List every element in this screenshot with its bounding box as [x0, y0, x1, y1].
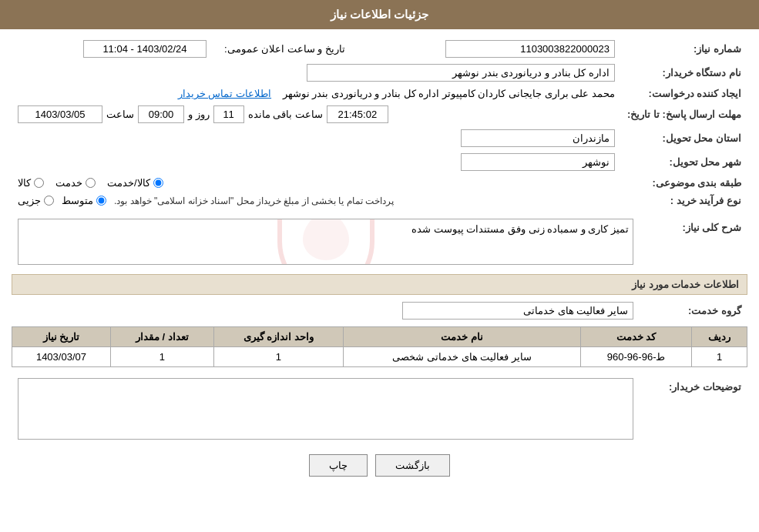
announce-date-label: تاریخ و ساعت اعلان عمومی:: [213, 37, 351, 61]
cell-quantity: 1: [110, 347, 213, 367]
radio-kala-khedmat[interactable]: کالا/خدمت: [107, 177, 163, 189]
row-creator: ایجاد کننده درخواست: محمد علی براری جایج…: [12, 85, 747, 102]
row-description: شرح کلی نیاز: تمیز کاری و سمباده زنی وفق…: [12, 216, 747, 268]
col-unit: واحد اندازه گیری: [213, 327, 344, 347]
cell-service-code: ط-96-96-960: [580, 347, 691, 367]
send-deadline-label: مهلت ارسال پاسخ: تا تاریخ:: [621, 102, 747, 126]
send-time-label: ساعت: [106, 109, 134, 120]
description-cell: تمیز کاری و سمباده زنی وفق مستندات پیوست…: [12, 216, 640, 268]
buyer-notes-cell: [12, 375, 640, 443]
radio-kala-label: کالا: [18, 177, 31, 189]
creator-value: محمد علی براری جایجانی کاردان کامپیوتر ا…: [283, 88, 615, 99]
category-label: طبقه بندی موضوعی:: [621, 174, 747, 192]
cell-date: 1403/03/07: [12, 347, 111, 367]
send-deadline-cell: 1403/03/05 ساعت 09:00 روز و 11 ساعت باقی…: [12, 102, 621, 126]
col-row-num: ردیف: [692, 327, 747, 347]
send-days-input: 11: [213, 105, 244, 123]
buyer-name-input: اداره کل بنادر و دریانوردی بندر نوشهر: [307, 64, 615, 82]
row-purchase-type: نوع فرآیند خرید : جزیی متوسط پرداخت: [12, 192, 747, 209]
description-area: تمیز کاری و سمباده زنی وفق مستندات پیوست…: [18, 219, 633, 265]
need-number-value: 1103003822000023: [351, 37, 621, 61]
buyer-notes-table: توضیحات خریدار:: [12, 375, 747, 443]
province-input: مازندران: [461, 129, 615, 147]
cell-row-num: 1: [692, 347, 747, 367]
radio-jozvi[interactable]: جزیی: [18, 195, 54, 206]
page-header: جزئیات اطلاعات نیاز: [0, 0, 759, 29]
row-send-deadline: مهلت ارسال پاسخ: تا تاریخ: 1403/03/05 سا…: [12, 102, 747, 126]
buyer-name-cell: اداره کل بنادر و دریانوردی بندر نوشهر: [12, 61, 621, 85]
radio-khedmat-input[interactable]: [86, 178, 96, 188]
city-cell: نوشهر: [12, 150, 621, 174]
purchase-type-label: نوع فرآیند خرید :: [621, 192, 747, 209]
radio-kala-input[interactable]: [34, 178, 44, 188]
radio-motovaset[interactable]: متوسط: [62, 195, 106, 206]
purchase-note: پرداخت تمام یا بخشی از مبلغ خریداز محل "…: [114, 196, 394, 206]
buyer-notes-area: [18, 378, 633, 440]
cell-unit: 1: [213, 347, 344, 367]
row-category: طبقه بندی موضوعی: کالا خدمت: [12, 174, 747, 192]
page-title: جزئیات اطلاعات نیاز: [331, 8, 428, 21]
row-service-group: گروه خدمت: سایر فعالیت های خدماتی: [12, 299, 747, 323]
creator-cell: محمد علی براری جایجانی کاردان کامپیوتر ا…: [12, 85, 621, 102]
row-buyer-name: نام دستگاه خریدار: اداره کل بنادر و دریا…: [12, 61, 747, 85]
col-service-name: نام خدمت: [344, 327, 581, 347]
announce-date-value: 1403/02/24 - 11:04: [12, 37, 213, 61]
row-city: شهر محل تحویل: نوشهر: [12, 150, 747, 174]
description-text: تمیز کاری و سمباده زنی وفق مستندات پیوست…: [411, 223, 629, 235]
creator-label: ایجاد کننده درخواست:: [621, 85, 747, 102]
purchase-type-cell: جزیی متوسط پرداخت تمام یا بخشی از مبلغ خ…: [12, 192, 621, 209]
cell-service-name: سایر فعالیت های خدماتی شخصی: [344, 347, 581, 367]
col-date: تاریخ نیاز: [12, 327, 111, 347]
radio-jozvi-label: جزیی: [18, 195, 41, 206]
services-table-header: ردیف کد خدمت نام خدمت واحد اندازه گیری ت…: [12, 327, 747, 347]
radio-motovaset-input[interactable]: [96, 196, 106, 206]
service-group-table: گروه خدمت: سایر فعالیت های خدماتی: [12, 299, 747, 323]
print-button[interactable]: چاپ: [309, 454, 368, 477]
col-service-code: کد خدمت: [580, 327, 691, 347]
send-days-label: روز و: [188, 109, 210, 120]
send-remaining-input: 21:45:02: [327, 105, 388, 123]
category-cell: کالا خدمت کالا/خدمت: [12, 174, 621, 192]
row-province: استان محل تحویل: مازندران: [12, 126, 747, 150]
buyer-name-label: نام دستگاه خریدار:: [621, 61, 747, 85]
radio-kala-khedmat-input[interactable]: [153, 178, 163, 188]
service-group-label: گروه خدمت:: [640, 299, 747, 323]
province-cell: مازندران: [12, 126, 621, 150]
need-number-input: 1103003822000023: [445, 40, 615, 58]
services-table-body: 1 ط-96-96-960 سایر فعالیت های خدماتی شخص…: [12, 347, 747, 367]
service-group-cell: سایر فعالیت های خدماتی: [12, 299, 640, 323]
main-info-table: شماره نیاز: 1103003822000023 تاریخ و ساع…: [12, 37, 747, 209]
creator-link[interactable]: اطلاعات تماس خریدار: [178, 88, 271, 99]
announce-date-input: 1403/02/24 - 11:04: [83, 40, 207, 58]
page-container: جزئیات اطلاعات نیاز شماره نیاز: 11030038…: [0, 0, 759, 532]
province-label: استان محل تحویل:: [621, 126, 747, 150]
services-section-title: اطلاعات خدمات مورد نیاز: [12, 274, 747, 295]
content-area: شماره نیاز: 1103003822000023 تاریخ و ساع…: [0, 29, 759, 496]
radio-khedmat[interactable]: خدمت: [55, 177, 96, 189]
send-date-input: 1403/03/05: [18, 105, 102, 123]
need-number-label: شماره نیاز:: [621, 37, 747, 61]
description-table: شرح کلی نیاز: تمیز کاری و سمباده زنی وفق…: [12, 216, 747, 268]
send-remaining-label: ساعت باقی مانده: [248, 109, 323, 120]
radio-jozvi-input[interactable]: [44, 196, 54, 206]
city-input: نوشهر: [461, 153, 615, 171]
send-time-input: 09:00: [138, 105, 184, 123]
radio-kala[interactable]: کالا: [18, 177, 44, 189]
radio-kala-khedmat-label: کالا/خدمت: [107, 177, 150, 189]
col-quantity: تعداد / مقدار: [110, 327, 213, 347]
row-buyer-notes: توضیحات خریدار:: [12, 375, 747, 443]
services-table: ردیف کد خدمت نام خدمت واحد اندازه گیری ت…: [12, 326, 747, 367]
row-need-number: شماره نیاز: 1103003822000023 تاریخ و ساع…: [12, 37, 747, 61]
radio-motovaset-label: متوسط: [62, 195, 93, 206]
description-label: شرح کلی نیاز:: [640, 216, 747, 268]
button-area: بازگشت چاپ: [12, 443, 747, 488]
radio-khedmat-label: خدمت: [55, 177, 82, 189]
table-row: 1 ط-96-96-960 سایر فعالیت های خدماتی شخص…: [12, 347, 747, 367]
city-label: شهر محل تحویل:: [621, 150, 747, 174]
buyer-notes-label: توضیحات خریدار:: [640, 375, 747, 443]
watermark-shield-icon: [264, 219, 388, 265]
service-group-input: سایر فعالیت های خدماتی: [402, 302, 633, 320]
back-button[interactable]: بازگشت: [375, 454, 450, 477]
